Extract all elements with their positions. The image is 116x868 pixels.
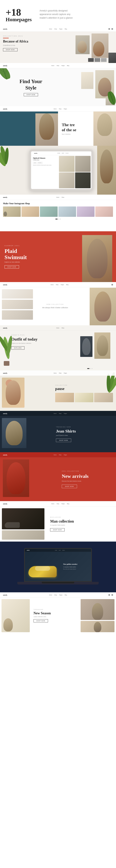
nav-5: amely. Home Shop bbox=[0, 195, 116, 200]
figure-14b bbox=[92, 603, 103, 620]
nav-link: Home bbox=[49, 28, 52, 30]
section-1-subtitle: Grandma & Ana bbox=[3, 44, 35, 46]
search-icon bbox=[112, 284, 113, 285]
dot-1 bbox=[55, 219, 58, 219]
section-14-left bbox=[1, 599, 30, 632]
nav-link: Pages bbox=[59, 28, 62, 30]
shoe-dark-12 bbox=[2, 508, 45, 529]
tablet-side-photo bbox=[97, 146, 116, 195]
section-1-images bbox=[38, 32, 116, 63]
section-12-body: EXCLUSIVE Man collection in exquisite Vi… bbox=[0, 506, 116, 541]
nav-links-8: Home Shop bbox=[56, 328, 64, 329]
nav-9: amely. Home Shop Pages bbox=[0, 370, 116, 376]
section-10-label: TRENDING NOW bbox=[56, 426, 112, 428]
tablet-nav-links: HOME SHOP PAGES bbox=[57, 153, 68, 154]
fashion-red-11 bbox=[3, 459, 29, 497]
tablet-subtitle: Collection bbox=[33, 159, 56, 161]
nav-link: Pages bbox=[64, 108, 67, 110]
laptop-screen: amely. HOME SHOP PAGES bbox=[24, 548, 92, 582]
svg-point-15 bbox=[107, 374, 110, 392]
nav-link: Home bbox=[54, 108, 57, 110]
fashion-photo-1a bbox=[91, 33, 109, 58]
sneaker-area bbox=[25, 552, 61, 581]
section-12: amely. Home Shop Pages Blog EXCLUSIVE Ma… bbox=[0, 501, 116, 541]
laptop-nav-links: HOME SHOP PAGES bbox=[30, 550, 89, 551]
section-8: amely. Home Shop TODAY'S PICK Outfit of … bbox=[0, 325, 116, 370]
product-thumb-7b bbox=[2, 300, 33, 309]
sneaker-photo bbox=[26, 560, 59, 581]
section-10-cta[interactable]: SHOP NOW bbox=[56, 438, 71, 442]
section-6-cta[interactable]: SHOP NOW bbox=[4, 265, 19, 269]
section-2-cta[interactable]: SHOP NOW bbox=[24, 93, 38, 96]
nav-link: Home bbox=[56, 328, 59, 329]
header-description: Amely's gracefully designed appearance w… bbox=[39, 7, 77, 20]
outfit-main bbox=[94, 333, 110, 359]
tag-1: SUN bbox=[33, 162, 37, 164]
figure-8b bbox=[82, 338, 91, 355]
tablet-screen: amely. HOME SHOP PAGES Optical Glasses C… bbox=[31, 151, 91, 189]
nav-links-3: Home Shop Pages bbox=[54, 108, 67, 110]
section-1-cta[interactable]: SHOP NOW bbox=[3, 48, 18, 51]
nav-icons-1 bbox=[109, 28, 113, 30]
laptop-title: Our golden sneaker bbox=[63, 563, 89, 565]
section-14-cta[interactable]: SHOP NOW bbox=[33, 619, 48, 622]
product-14c bbox=[81, 621, 115, 632]
tablet-content: Optical Glasses Collection SUN RETRO Eye… bbox=[31, 155, 91, 189]
tablet-nav: amely. HOME SHOP PAGES bbox=[31, 151, 91, 155]
nav-links-12: Home Shop Pages Blog bbox=[51, 503, 69, 504]
section-1: amely. Home Shop Pages Blog COLLECTION 2… bbox=[0, 26, 116, 63]
section-3-title: The treof the se bbox=[62, 122, 112, 132]
section-8-title: Outfit of today bbox=[11, 337, 59, 342]
laptop-mockup: amely. HOME SHOP PAGES bbox=[24, 548, 92, 587]
nav-link: Shop bbox=[59, 413, 61, 414]
section-12-content: EXCLUSIVE Man collection in exquisite Vi… bbox=[46, 506, 116, 541]
tablet-left: Optical Glasses Collection SUN RETRO Eye… bbox=[31, 155, 58, 189]
nav-12: amely. Home Shop Pages Blog bbox=[0, 501, 116, 506]
nav-link: Home bbox=[56, 197, 59, 198]
section-12-left bbox=[0, 506, 46, 541]
shoe-thumb bbox=[94, 58, 100, 62]
product-14b bbox=[81, 599, 115, 620]
brand-7: amely. bbox=[3, 284, 7, 286]
bottom-spacer bbox=[0, 634, 116, 638]
nav-link: Pages bbox=[61, 65, 65, 66]
product-thumb-7c bbox=[2, 310, 33, 320]
brand-3: amely. bbox=[3, 108, 7, 110]
nav-link: Pages bbox=[64, 454, 67, 456]
nav-icons-7 bbox=[112, 284, 113, 285]
brand-9: amely. bbox=[3, 372, 7, 374]
section-14-center: TRENDING New Season Latest collection 20… bbox=[30, 599, 81, 632]
dot-8-1 bbox=[87, 368, 89, 369]
section-13: amely. HOME SHOP PAGES bbox=[0, 541, 116, 592]
laptop-base bbox=[17, 582, 99, 584]
section-3: amely. Home Shop Pages The treof the se … bbox=[0, 106, 116, 146]
nav-14: amely. Home Shop Pages Blog bbox=[0, 592, 116, 598]
section-11-cta[interactable]: SHOP NOW bbox=[62, 485, 77, 488]
section-2-title: Find YourStyle bbox=[20, 78, 42, 91]
dot-indicators-5 bbox=[3, 219, 113, 219]
nav-link: Pages bbox=[61, 284, 64, 285]
nav-links-9: Home Shop Pages bbox=[54, 373, 67, 374]
nav-link: Shop bbox=[59, 454, 61, 456]
nav-link: Shop bbox=[57, 503, 59, 504]
nav-3: amely. Home Shop Pages bbox=[0, 106, 116, 112]
section-14-sub: Latest collection 2021 bbox=[33, 616, 77, 617]
laptop-cta-text: Buy online with original @price bbox=[63, 568, 89, 569]
tag-2: RETRO bbox=[37, 162, 43, 164]
tablet-img-1 bbox=[59, 156, 75, 172]
section-4: amely. HOME SHOP PAGES Optical Glasses C… bbox=[0, 146, 116, 195]
insta-cell-6 bbox=[95, 207, 113, 217]
section-3-teal bbox=[0, 112, 58, 146]
figure-10 bbox=[6, 421, 23, 445]
sneaker-shape bbox=[28, 566, 57, 577]
section-12-sub: in exquisite Vitello leather bbox=[50, 524, 112, 526]
section-6-sub: Explore our new collection bbox=[4, 261, 54, 263]
section-12-label: EXCLUSIVE bbox=[50, 517, 112, 518]
header-homepages: Homepages bbox=[6, 17, 36, 23]
section-1-body: COLLECTION 2021 Because of Africa Grandm… bbox=[0, 32, 116, 63]
section-12-cta[interactable]: SHOP NOW bbox=[50, 528, 65, 531]
svg-rect-12 bbox=[4, 361, 9, 366]
instagram-grid bbox=[3, 207, 113, 217]
section-2-body: Find YourStyle SHOP NOW bbox=[0, 68, 116, 106]
nav-link: Blog bbox=[65, 28, 67, 30]
